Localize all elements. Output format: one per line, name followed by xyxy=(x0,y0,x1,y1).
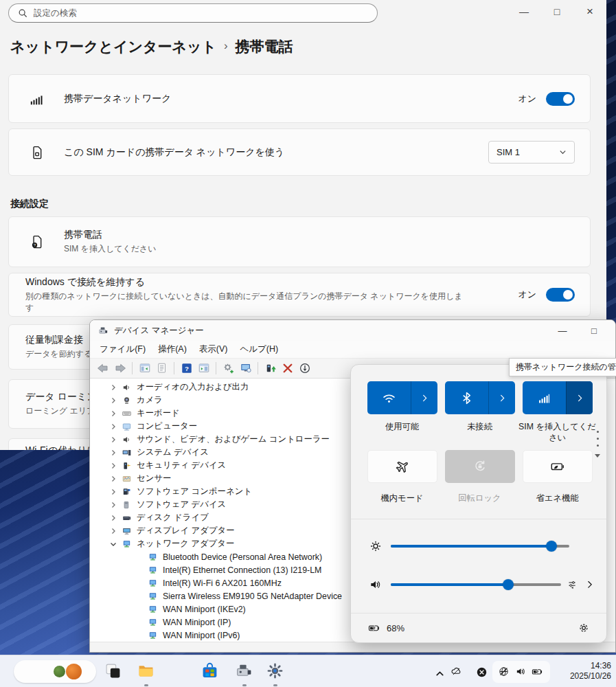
cellular-expand-button[interactable] xyxy=(566,381,593,414)
chevron-right-icon[interactable] xyxy=(109,409,117,418)
breadcrumb-parent[interactable]: ネットワークとインターネット xyxy=(10,37,216,56)
chevron-right-icon[interactable] xyxy=(109,436,117,444)
properties-button[interactable] xyxy=(155,361,169,376)
chevron-right-icon[interactable] xyxy=(586,580,594,589)
tray-blocked-icon[interactable] xyxy=(476,666,488,678)
wifi-tile[interactable] xyxy=(367,381,437,414)
taskbar-widgets-button[interactable] xyxy=(14,660,96,683)
clock-time: 14:36 xyxy=(554,661,611,671)
menu-view[interactable]: 表示(V) xyxy=(194,341,233,357)
back-button[interactable] xyxy=(95,361,110,376)
disable-device-button[interactable] xyxy=(297,361,312,376)
audio-icon xyxy=(122,383,132,392)
dm-status-strip xyxy=(90,642,615,652)
chevron-right-icon[interactable] xyxy=(109,462,117,470)
dm-caption-buttons: — □ xyxy=(555,326,602,336)
menu-file[interactable]: ファイル(F) xyxy=(94,341,151,357)
brightness-row xyxy=(351,535,606,557)
tray-onedrive-icon[interactable] xyxy=(450,666,466,677)
gear-icon[interactable] xyxy=(578,622,590,634)
taskbar-file-explorer-button[interactable] xyxy=(137,662,155,679)
widgets-image-pumpkin-green xyxy=(54,666,65,677)
page-title: 携帯電話 xyxy=(236,37,293,56)
chevron-right-icon[interactable] xyxy=(109,488,117,496)
update-driver-button[interactable] xyxy=(263,361,277,376)
uninstall-device-button[interactable] xyxy=(280,361,295,376)
bluetooth-toggle-button[interactable] xyxy=(445,381,488,414)
forward-button[interactable] xyxy=(113,361,127,376)
breadcrumb-separator-icon: › xyxy=(224,39,228,53)
network-icon xyxy=(148,618,158,627)
airplane-mode-tile[interactable] xyxy=(367,450,437,483)
airplane-icon xyxy=(395,459,410,474)
wifi-toggle-button[interactable] xyxy=(367,381,411,414)
tree-item-label: Intel(R) Ethernet Connection (13) I219-L… xyxy=(163,565,321,575)
network-icon xyxy=(148,592,158,601)
cellular-toggle-button[interactable] xyxy=(523,381,566,414)
bluetooth-tile[interactable] xyxy=(445,381,515,414)
chevron-right-icon[interactable] xyxy=(109,514,117,522)
card-cellular-data[interactable]: 携帯データネットワーク オン xyxy=(8,74,591,123)
sim-dropdown-value: SIM 1 xyxy=(497,147,520,157)
sw-device-icon xyxy=(122,500,132,510)
device-manager-titlebar[interactable]: デバイス マネージャー — □ xyxy=(90,320,615,341)
taskbar-device-manager-button[interactable] xyxy=(236,662,253,679)
network-icon xyxy=(122,539,132,549)
card-title: 携帯電話 xyxy=(64,229,157,241)
tray-system-icons-group[interactable] xyxy=(492,661,550,683)
running-indicator xyxy=(273,684,277,686)
disk-icon xyxy=(122,513,132,523)
volume-row xyxy=(351,574,606,596)
maximize-button[interactable]: □ xyxy=(586,326,602,336)
cellular-tile[interactable] xyxy=(523,381,593,414)
chevron-down-icon[interactable] xyxy=(109,540,117,548)
help-button[interactable]: ? xyxy=(179,361,194,376)
tree-item-label: システム デバイス xyxy=(137,447,209,458)
chevron-right-icon[interactable] xyxy=(109,396,117,405)
wifi-expand-button[interactable] xyxy=(411,381,437,414)
bluetooth-expand-button[interactable] xyxy=(488,381,515,414)
settings-search-input[interactable]: 設定の検索 xyxy=(8,3,378,23)
menu-action[interactable]: 操作(A) xyxy=(152,341,192,357)
brightness-icon xyxy=(369,539,383,553)
battery-icon[interactable] xyxy=(367,622,381,634)
card-keep-connected: Windows で接続を維持する 別の種類のネットワークに接続していないときは、… xyxy=(8,273,591,317)
audio-output-icon[interactable] xyxy=(567,579,579,591)
chevron-right-icon[interactable] xyxy=(109,527,117,535)
maximize-button[interactable]: □ xyxy=(540,0,573,23)
taskbar-settings-button[interactable] xyxy=(266,662,284,679)
brightness-slider[interactable] xyxy=(391,545,569,548)
taskbar-store-button[interactable] xyxy=(201,662,218,679)
taskbar-task-view-button[interactable] xyxy=(104,662,122,679)
tree-item-label: ディスプレイ アダプター xyxy=(137,525,235,537)
chevron-down-icon xyxy=(559,148,567,156)
minimize-button[interactable]: — xyxy=(507,0,540,23)
running-indicator xyxy=(242,684,247,686)
volume-slider[interactable] xyxy=(391,583,561,586)
sim-dropdown[interactable]: SIM 1 xyxy=(488,141,575,164)
tray-chevron-up-icon[interactable] xyxy=(434,668,446,679)
scan-hardware-changes-button[interactable] xyxy=(221,361,236,376)
show-console-tree-button[interactable] xyxy=(137,361,152,376)
chevron-right-icon[interactable] xyxy=(109,423,117,431)
chevron-right-icon[interactable] xyxy=(109,449,117,457)
chevron-down-icon[interactable] xyxy=(595,454,600,458)
chevron-right-icon[interactable] xyxy=(109,383,117,392)
show-action-pane-button[interactable] xyxy=(196,361,211,376)
chevron-right-icon[interactable] xyxy=(109,475,117,483)
tree-item-label: Bluetooth Device (Personal Area Network) xyxy=(163,552,322,562)
minimize-button[interactable]: — xyxy=(555,326,570,336)
qs-scroll-indicator[interactable] xyxy=(595,431,600,458)
tray-clock[interactable]: 14:36 2025/10/26 xyxy=(554,661,611,682)
tooltip: 携帯ネットワーク接続の管理 xyxy=(509,358,616,376)
taskbar-edge-button[interactable] xyxy=(170,662,187,679)
menu-help[interactable]: ヘルプ(H) xyxy=(234,341,284,357)
keep-connected-toggle[interactable] xyxy=(546,288,575,302)
cellular-data-toggle[interactable] xyxy=(546,92,575,106)
chevron-right-icon[interactable] xyxy=(109,501,117,509)
card-cellular-phone[interactable]: ? 携帯電話 SIM を挿入してください xyxy=(8,216,591,267)
system-icon xyxy=(122,448,132,458)
energy-saver-tile[interactable] xyxy=(523,450,593,483)
close-button[interactable]: × xyxy=(573,0,606,23)
remote-computer-button[interactable] xyxy=(238,361,253,376)
